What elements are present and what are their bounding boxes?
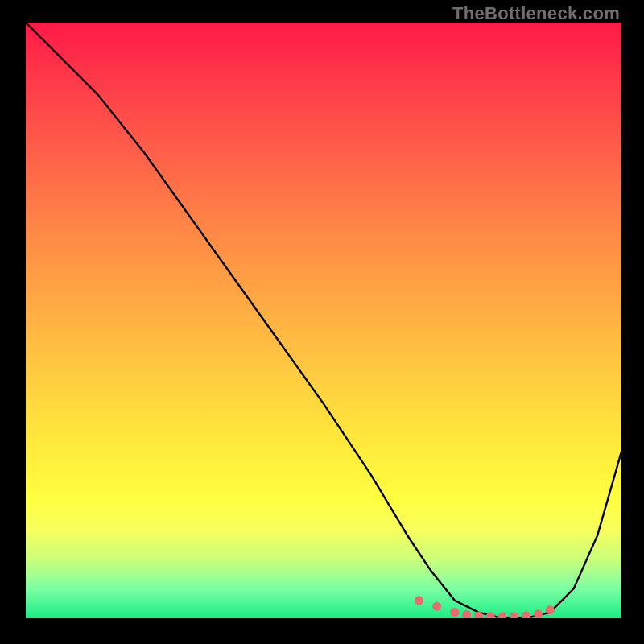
marker-dot bbox=[486, 612, 495, 618]
marker-dots bbox=[415, 596, 555, 618]
curve-layer bbox=[26, 23, 621, 618]
plot-area bbox=[26, 23, 621, 618]
marker-dot bbox=[510, 612, 518, 618]
watermark-text: TheBottleneck.com bbox=[452, 3, 620, 24]
marker-dot bbox=[432, 602, 441, 611]
bottleneck-curve bbox=[26, 23, 621, 618]
marker-dot bbox=[462, 610, 471, 618]
marker-dot bbox=[546, 605, 555, 614]
marker-dot bbox=[415, 596, 423, 605]
marker-dot bbox=[498, 612, 507, 618]
marker-dot bbox=[522, 612, 530, 619]
marker-dot bbox=[534, 609, 543, 618]
chart-stage: TheBottleneck.com bbox=[0, 0, 644, 644]
marker-dot bbox=[450, 608, 459, 617]
